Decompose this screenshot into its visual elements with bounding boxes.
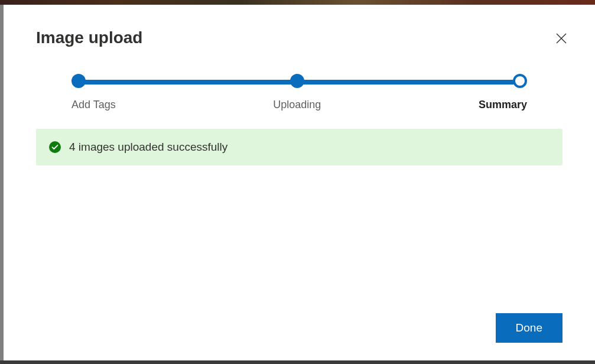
step-dot-completed-icon <box>71 74 86 88</box>
spacer <box>36 165 563 301</box>
backdrop-top-strip <box>0 0 595 5</box>
step-label: Add Tags <box>71 99 116 111</box>
image-upload-dialog: Image upload Add Tags Uploading Summary <box>4 5 595 360</box>
progress-stepper: Add Tags Uploading Summary <box>71 74 527 111</box>
step-summary: Summary <box>479 74 527 111</box>
stepper-nodes: Add Tags Uploading Summary <box>71 74 527 111</box>
dialog-title: Image upload <box>36 28 142 47</box>
step-dot-completed-icon <box>290 74 304 88</box>
step-add-tags: Add Tags <box>71 74 116 111</box>
dialog-header: Image upload <box>36 28 563 47</box>
step-uploading: Uploading <box>273 74 321 111</box>
dialog-footer: Done <box>36 313 563 343</box>
success-check-icon <box>49 141 61 153</box>
status-message: 4 images uploaded successfully <box>69 141 227 154</box>
done-button[interactable]: Done <box>496 313 563 343</box>
step-dot-current-icon <box>513 74 527 88</box>
backdrop-bottom-strip <box>0 360 595 364</box>
close-icon[interactable] <box>554 31 568 46</box>
svg-point-2 <box>49 141 61 153</box>
success-status-box: 4 images uploaded successfully <box>36 129 563 165</box>
step-label: Summary <box>479 99 527 111</box>
step-label: Uploading <box>273 99 321 111</box>
